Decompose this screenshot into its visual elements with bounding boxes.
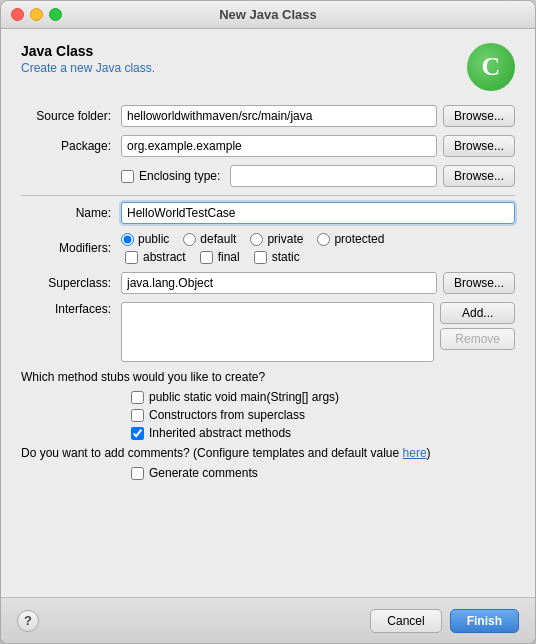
package-input[interactable] bbox=[121, 135, 437, 157]
header-text: Java Class Create a new Java class. bbox=[21, 43, 155, 75]
modifiers-options: public default private bbox=[121, 232, 384, 264]
superclass-controls: Browse... bbox=[121, 272, 515, 294]
dialog-title: Java Class bbox=[21, 43, 155, 59]
interfaces-list bbox=[121, 302, 434, 362]
name-controls bbox=[121, 202, 515, 224]
source-folder-row: Source folder: Browse... bbox=[21, 105, 515, 127]
stubs-section: Which method stubs would you like to cre… bbox=[21, 370, 515, 440]
comments-link[interactable]: here bbox=[403, 446, 427, 460]
modifier-abstract[interactable]: abstract bbox=[125, 250, 186, 264]
titlebar: New Java Class bbox=[1, 1, 535, 29]
modifiers-row: Modifiers: public default bbox=[21, 232, 515, 264]
enclosing-type-row: Enclosing type: Browse... bbox=[21, 165, 515, 187]
enclosing-type-checkbox[interactable] bbox=[121, 170, 134, 183]
eclipse-icon: C bbox=[467, 43, 515, 91]
modifier-protected-radio[interactable] bbox=[317, 233, 330, 246]
dialog-content: Java Class Create a new Java class. C So… bbox=[1, 29, 535, 597]
help-button[interactable]: ? bbox=[17, 610, 39, 632]
interfaces-row: Interfaces: Add... Remove bbox=[21, 302, 515, 362]
modifier-protected[interactable]: protected bbox=[317, 232, 384, 246]
source-folder-controls: Browse... bbox=[121, 105, 515, 127]
stubs-title: Which method stubs would you like to cre… bbox=[21, 370, 515, 384]
superclass-row: Superclass: Browse... bbox=[21, 272, 515, 294]
maximize-button[interactable] bbox=[49, 8, 62, 21]
interfaces-remove-button[interactable]: Remove bbox=[440, 328, 515, 350]
modifier-final[interactable]: final bbox=[200, 250, 240, 264]
stubs-options: public static void main(String[] args) C… bbox=[131, 390, 515, 440]
modifier-private-radio[interactable] bbox=[250, 233, 263, 246]
stub-inherited-checkbox[interactable] bbox=[131, 427, 144, 440]
header-section: Java Class Create a new Java class. C bbox=[21, 43, 515, 91]
form-section: Source folder: Browse... Package: Browse… bbox=[21, 105, 515, 583]
finish-button[interactable]: Finish bbox=[450, 609, 519, 633]
modifier-static-checkbox[interactable] bbox=[254, 251, 267, 264]
interfaces-add-button[interactable]: Add... bbox=[440, 302, 515, 324]
modifiers-radio-group: public default private bbox=[121, 232, 384, 246]
interfaces-action-buttons: Add... Remove bbox=[440, 302, 515, 350]
generate-comments-checkbox[interactable] bbox=[131, 467, 144, 480]
stub-main-checkbox[interactable] bbox=[131, 391, 144, 404]
comments-question: Do you want to add comments? (Configure … bbox=[21, 446, 515, 460]
name-row: Name: bbox=[21, 202, 515, 224]
superclass-input[interactable] bbox=[121, 272, 437, 294]
dialog-subtitle: Create a new Java class. bbox=[21, 61, 155, 75]
source-folder-browse-button[interactable]: Browse... bbox=[443, 105, 515, 127]
modifier-public-radio[interactable] bbox=[121, 233, 134, 246]
modifier-default-radio[interactable] bbox=[183, 233, 196, 246]
modifier-private[interactable]: private bbox=[250, 232, 303, 246]
comments-section: Do you want to add comments? (Configure … bbox=[21, 446, 515, 480]
stub-constructors-checkbox[interactable] bbox=[131, 409, 144, 422]
close-button[interactable] bbox=[11, 8, 24, 21]
divider-1 bbox=[21, 195, 515, 196]
modifier-default[interactable]: default bbox=[183, 232, 236, 246]
enclosing-type-browse-button[interactable]: Browse... bbox=[443, 165, 515, 187]
name-label: Name: bbox=[21, 206, 121, 220]
source-folder-input[interactable] bbox=[121, 105, 437, 127]
window-title: New Java Class bbox=[219, 7, 317, 22]
modifier-final-checkbox[interactable] bbox=[200, 251, 213, 264]
superclass-label: Superclass: bbox=[21, 276, 121, 290]
footer-right: Cancel Finish bbox=[370, 609, 519, 633]
comments-options: Generate comments bbox=[131, 466, 515, 480]
minimize-button[interactable] bbox=[30, 8, 43, 21]
modifiers-label: Modifiers: bbox=[21, 241, 121, 255]
package-controls: Browse... bbox=[121, 135, 515, 157]
generate-comments-label[interactable]: Generate comments bbox=[131, 466, 515, 480]
enclosing-type-controls: Enclosing type: Browse... bbox=[121, 165, 515, 187]
modifier-checkboxes: abstract final static bbox=[125, 250, 384, 264]
modifier-public[interactable]: public bbox=[121, 232, 169, 246]
modifiers-controls: public default private bbox=[121, 232, 515, 264]
superclass-browse-button[interactable]: Browse... bbox=[443, 272, 515, 294]
interfaces-label: Interfaces: bbox=[21, 302, 121, 316]
source-folder-label: Source folder: bbox=[21, 109, 121, 123]
package-row: Package: Browse... bbox=[21, 135, 515, 157]
window-controls bbox=[11, 8, 62, 21]
enclosing-type-input[interactable] bbox=[230, 165, 437, 187]
enclosing-type-checkbox-label[interactable]: Enclosing type: bbox=[121, 169, 220, 183]
package-label: Package: bbox=[21, 139, 121, 153]
stub-constructors[interactable]: Constructors from superclass bbox=[131, 408, 515, 422]
modifier-static[interactable]: static bbox=[254, 250, 300, 264]
interfaces-controls: Add... Remove bbox=[121, 302, 515, 362]
package-browse-button[interactable]: Browse... bbox=[443, 135, 515, 157]
stub-inherited[interactable]: Inherited abstract methods bbox=[131, 426, 515, 440]
name-input[interactable] bbox=[121, 202, 515, 224]
cancel-button[interactable]: Cancel bbox=[370, 609, 441, 633]
stub-main-method[interactable]: public static void main(String[] args) bbox=[131, 390, 515, 404]
dialog-window: New Java Class Java Class Create a new J… bbox=[0, 0, 536, 644]
dialog-footer: ? Cancel Finish bbox=[1, 597, 535, 643]
modifier-abstract-checkbox[interactable] bbox=[125, 251, 138, 264]
footer-left: ? bbox=[17, 610, 39, 632]
